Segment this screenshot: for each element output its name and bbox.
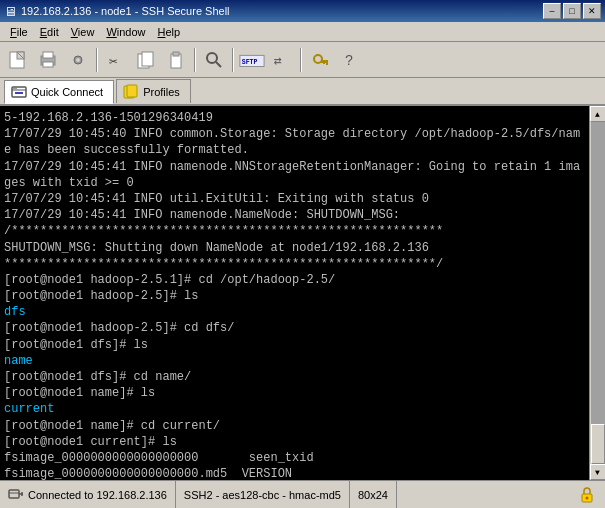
- terminal-line: 17/07/29 10:45:41 INFO namenode.NameNode…: [4, 207, 585, 223]
- scrollbar[interactable]: ▲ ▼: [589, 106, 605, 480]
- toolbar-copy-btn[interactable]: [132, 46, 160, 74]
- toolbar-paste-btn[interactable]: [162, 46, 190, 74]
- terminal-line: [root@node1 hadoop-2.5]# cd dfs/: [4, 320, 585, 336]
- svg-rect-30: [9, 490, 19, 498]
- toolbar-search-btn[interactable]: [200, 46, 228, 74]
- terminal-line: [root@node1 hadoop-2.5]# ls: [4, 288, 585, 304]
- quick-connect-icon: [11, 84, 27, 100]
- terminal-line: 17/07/29 10:45:41 INFO namenode.NNStorag…: [4, 159, 585, 175]
- minimize-button[interactable]: –: [543, 3, 561, 19]
- terminal-line: dfs: [4, 304, 585, 320]
- terminal-line: e has been successfully formatted.: [4, 142, 585, 158]
- menu-file[interactable]: File: [4, 24, 34, 40]
- terminal-line: name: [4, 353, 585, 369]
- title-bar: 🖥 192.168.2.136 - node1 - SSH Secure She…: [0, 0, 605, 22]
- svg-text:✂: ✂: [109, 54, 118, 70]
- status-connection: Connected to 192.168.2.136: [0, 481, 176, 508]
- encryption-text: SSH2 - aes128-cbc - hmac-md5: [184, 489, 341, 501]
- tab-profiles[interactable]: Profiles: [116, 79, 191, 103]
- close-button[interactable]: ✕: [583, 3, 601, 19]
- profiles-icon: [123, 84, 139, 100]
- dimensions-text: 80x24: [358, 489, 388, 501]
- status-encryption: SSH2 - aes128-cbc - hmac-md5: [176, 481, 350, 508]
- scroll-track[interactable]: [591, 122, 605, 464]
- toolbar-separator-4: [300, 48, 302, 72]
- title-bar-left: 🖥 192.168.2.136 - node1 - SSH Secure She…: [4, 4, 230, 19]
- terminal-line: [root@node1 name]# cd current/: [4, 418, 585, 434]
- tab-bar: Quick Connect Profiles: [0, 78, 605, 106]
- svg-text:SFTP: SFTP: [242, 58, 258, 65]
- terminal-line: ****************************************…: [4, 256, 585, 272]
- connection-icon: [8, 487, 24, 503]
- toolbar-settings-btn[interactable]: [64, 46, 92, 74]
- toolbar-transfer-btn[interactable]: ⇄: [268, 46, 296, 74]
- terminal-line: fsimage_0000000000000000000.md5 VERSION: [4, 466, 585, 480]
- window-title: 192.168.2.136 - node1 - SSH Secure Shell: [21, 5, 230, 17]
- terminal[interactable]: 5-192.168.2.136-150129634041917/07/29 10…: [0, 106, 589, 480]
- svg-point-13: [207, 53, 217, 63]
- menu-bar: File Edit View Window Help: [0, 22, 605, 42]
- svg-point-18: [314, 55, 322, 63]
- toolbar-new-btn[interactable]: [4, 46, 32, 74]
- tab-quick-connect[interactable]: Quick Connect: [4, 80, 114, 104]
- terminal-line: [root@node1 dfs]# cd name/: [4, 369, 585, 385]
- tab-profiles-label: Profiles: [143, 86, 180, 98]
- toolbar-cut-btn[interactable]: ✂: [102, 46, 130, 74]
- svg-point-35: [586, 496, 589, 499]
- svg-rect-20: [326, 60, 328, 65]
- terminal-line: /***************************************…: [4, 223, 585, 239]
- toolbar-separator-3: [232, 48, 234, 72]
- svg-rect-29: [127, 85, 137, 97]
- svg-rect-4: [43, 52, 53, 58]
- app-icon: 🖥: [4, 4, 17, 19]
- status-dimensions: 80x24: [350, 481, 397, 508]
- terminal-line: 17/07/29 10:45:41 INFO util.ExitUtil: Ex…: [4, 191, 585, 207]
- status-lock: [569, 481, 605, 508]
- svg-text:?: ?: [345, 53, 353, 69]
- toolbar-help-btn[interactable]: ?: [336, 46, 364, 74]
- svg-rect-12: [173, 52, 179, 56]
- terminal-line: [root@node1 name]# ls: [4, 385, 585, 401]
- svg-rect-5: [43, 62, 53, 67]
- connection-text: Connected to 192.168.2.136: [28, 489, 167, 501]
- terminal-line: fsimage_0000000000000000000 seen_txid: [4, 450, 585, 466]
- terminal-line: [root@node1 current]# ls: [4, 434, 585, 450]
- svg-rect-10: [142, 52, 153, 66]
- title-bar-buttons: – □ ✕: [543, 3, 601, 19]
- svg-point-26: [15, 87, 16, 88]
- toolbar-keychain-btn[interactable]: [306, 46, 334, 74]
- menu-help[interactable]: Help: [152, 24, 187, 40]
- menu-view[interactable]: View: [65, 24, 101, 40]
- status-bar: Connected to 192.168.2.136 SSH2 - aes128…: [0, 480, 605, 508]
- svg-rect-21: [323, 60, 325, 64]
- scroll-down-button[interactable]: ▼: [590, 464, 606, 480]
- terminal-line: 17/07/29 10:45:40 INFO common.Storage: S…: [4, 126, 585, 142]
- toolbar-separator-2: [194, 48, 196, 72]
- terminal-wrapper: 5-192.168.2.136-150129634041917/07/29 10…: [0, 106, 605, 480]
- toolbar-separator-1: [96, 48, 98, 72]
- svg-point-7: [76, 58, 80, 62]
- scroll-up-button[interactable]: ▲: [590, 106, 606, 122]
- lock-icon: [577, 485, 597, 505]
- svg-point-25: [13, 87, 14, 88]
- svg-line-14: [216, 62, 221, 67]
- terminal-line: [root@node1 hadoop-2.5.1]# cd /opt/hadoo…: [4, 272, 585, 288]
- terminal-line: [root@node1 dfs]# ls: [4, 337, 585, 353]
- menu-window[interactable]: Window: [100, 24, 151, 40]
- terminal-line: 5-192.168.2.136-1501296340419: [4, 110, 585, 126]
- svg-text:⇄: ⇄: [274, 54, 282, 69]
- terminal-line: current: [4, 401, 585, 417]
- tab-quick-connect-label: Quick Connect: [31, 86, 103, 98]
- toolbar: ✂ SFTP ⇄: [0, 42, 605, 78]
- scroll-thumb[interactable]: [591, 424, 605, 464]
- terminal-line: SHUTDOWN_MSG: Shutting down NameNode at …: [4, 240, 585, 256]
- terminal-line: ges with txid >= 0: [4, 175, 585, 191]
- toolbar-sftp-btn[interactable]: SFTP: [238, 46, 266, 74]
- menu-edit[interactable]: Edit: [34, 24, 65, 40]
- maximize-button[interactable]: □: [563, 3, 581, 19]
- toolbar-print-btn[interactable]: [34, 46, 62, 74]
